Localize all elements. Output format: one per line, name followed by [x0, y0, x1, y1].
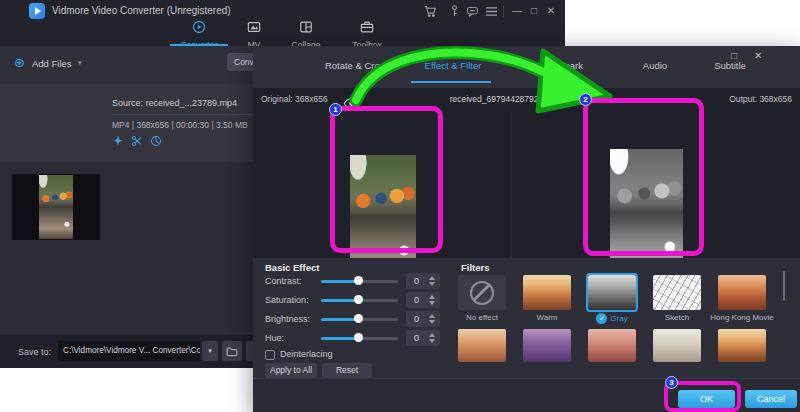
apply-to-all-button[interactable]: Apply to All: [265, 363, 317, 378]
add-files-label: Add Files: [32, 58, 72, 69]
save-path-dropdown[interactable]: ▾: [202, 341, 218, 361]
deinterlacing-checkbox[interactable]: [265, 350, 275, 360]
brightness-slider-thumb[interactable]: [354, 314, 363, 323]
filter-tile[interactable]: [653, 329, 701, 362]
eye-icon[interactable]: [343, 95, 360, 113]
filter-tile[interactable]: [458, 329, 506, 362]
saturation-label: Saturation:: [265, 295, 309, 305]
output-video-frame: [610, 149, 683, 276]
file-thumbnail: [39, 175, 73, 239]
minimize-button[interactable]: —: [509, 0, 525, 22]
filter-label-text: Hong Kong Movie: [710, 313, 774, 322]
convert-button-label: Conv: [234, 53, 254, 71]
spinner-up-icon[interactable]: [429, 295, 435, 299]
output-size-label: Output: 368x656: [708, 94, 792, 104]
file-thumbnail-well: [12, 174, 100, 240]
feedback-icon[interactable]: [466, 5, 479, 18]
saturation-spinner[interactable]: 0: [406, 292, 440, 308]
dialog-active-tab-underline: [411, 81, 491, 83]
contrast-label: Contrast:: [265, 276, 302, 286]
palette-icon[interactable]: [150, 133, 162, 151]
dialog-close-button[interactable]: ✕: [754, 50, 762, 61]
effect-icon[interactable]: [112, 133, 124, 151]
hue-label: Hue:: [265, 333, 284, 343]
desktop: Vidmore Video Converter (Unregistered) —…: [0, 0, 800, 412]
add-icon: ⊕: [14, 56, 25, 70]
hue-spinner[interactable]: 0: [406, 330, 440, 346]
filter-tile-warm[interactable]: [523, 275, 571, 310]
saturation-row: Saturation: 0: [253, 292, 453, 308]
file-meta: MP4 | 368x656 | 00:00:30 | 3.50 MB: [112, 120, 248, 130]
hue-slider-thumb[interactable]: [354, 333, 363, 342]
titlebar-divider: [503, 5, 504, 17]
spinner-down-icon[interactable]: [429, 339, 435, 343]
saturation-slider-thumb[interactable]: [354, 295, 363, 304]
preview-area: Original: 368x656 received_6979442879237…: [253, 88, 800, 258]
cancel-button[interactable]: Cancel: [745, 390, 797, 408]
preview-filename: received_697944287923789.mp4: [413, 94, 613, 104]
filter-tile-sketch[interactable]: [653, 275, 701, 310]
dialog-maximize-button[interactable]: □: [731, 50, 737, 61]
save-to-label: Save to:: [18, 347, 51, 357]
folder-icon: [226, 346, 238, 357]
titlebar: Vidmore Video Converter (Unregistered) —…: [0, 0, 565, 46]
filter-tile-hong-kong-movie[interactable]: [718, 275, 766, 310]
app-logo-icon: [29, 3, 45, 19]
filter-label-text: No effect: [466, 313, 498, 322]
contrast-slider-thumb[interactable]: [354, 276, 363, 285]
check-badge-icon: ✓: [596, 313, 607, 324]
ok-button[interactable]: OK: [678, 390, 735, 408]
dialog-tab-effect-filter[interactable]: Effect & Filter: [405, 60, 501, 76]
filter-tile[interactable]: [523, 329, 571, 362]
window-title: Vidmore Video Converter (Unregistered): [52, 0, 231, 22]
contrast-row: Contrast: 0: [253, 273, 453, 289]
filter-tile-no-effect[interactable]: [458, 275, 506, 310]
toolbox-icon: [360, 20, 374, 38]
filter-tile-gray[interactable]: [588, 275, 636, 310]
edit-dialog: Rotate & Crop Effect & Filter Watermark …: [253, 46, 800, 412]
mv-icon: [247, 20, 261, 38]
file-source-label: Source: received_...23789.mp4: [112, 98, 237, 108]
open-folder-button[interactable]: [222, 341, 242, 361]
spinner-down-icon[interactable]: [429, 301, 435, 305]
filter-label-hong-kong-movie: Hong Kong Movie: [694, 313, 790, 322]
contrast-spinner[interactable]: 0: [406, 273, 440, 289]
save-path-field[interactable]: C:\Vidmore\Vidmore V... Converter\Conver…: [58, 341, 200, 361]
filter-tile[interactable]: [588, 329, 636, 362]
spinner-up-icon[interactable]: [429, 333, 435, 337]
filter-label-text: Sketch: [665, 313, 689, 322]
dialog-tab-rotate-crop[interactable]: Rotate & Crop: [307, 60, 403, 76]
dialog-tab-watermark[interactable]: Watermark: [515, 60, 605, 76]
maximize-button[interactable]: □: [526, 0, 542, 22]
hue-row: Hue: 0: [253, 330, 453, 346]
spinner-down-icon[interactable]: [429, 282, 435, 286]
add-files-dropdown-icon: ▾: [78, 59, 82, 67]
brightness-label: Brightness:: [265, 314, 310, 324]
converter-icon: [192, 20, 206, 38]
filters-title: Filters: [461, 262, 490, 273]
cart-icon[interactable]: [424, 5, 437, 18]
deinterlacing-label: Deinterlacing: [280, 349, 333, 359]
spinner-up-icon[interactable]: [429, 276, 435, 280]
hue-value: 0: [414, 330, 419, 346]
saturation-value: 0: [414, 292, 419, 308]
original-size-label: Original: 368x656: [261, 94, 328, 104]
reset-button[interactable]: Reset: [322, 363, 372, 378]
brightness-row: Brightness: 0: [253, 311, 453, 327]
filter-tile[interactable]: [718, 329, 766, 362]
close-button[interactable]: ✕: [543, 0, 559, 22]
filter-label-text: Warm: [536, 313, 557, 322]
brightness-value: 0: [414, 311, 419, 327]
info-icon[interactable]: i: [226, 97, 229, 107]
menu-icon[interactable]: [485, 6, 498, 17]
collage-icon: [299, 20, 313, 38]
effects-section: Basic Effect Contrast: 0 Saturation: 0 B…: [253, 258, 800, 378]
cut-icon[interactable]: [131, 133, 143, 151]
contrast-value: 0: [414, 273, 419, 289]
filters-scrollbar[interactable]: [783, 271, 785, 301]
filter-label-text: Gray: [610, 314, 627, 323]
dialog-tab-subtitle[interactable]: Subtitle: [685, 60, 775, 76]
dialog-footer: OK Cancel: [253, 378, 800, 412]
no-effect-icon: [470, 281, 494, 305]
key-icon[interactable]: [448, 4, 461, 18]
